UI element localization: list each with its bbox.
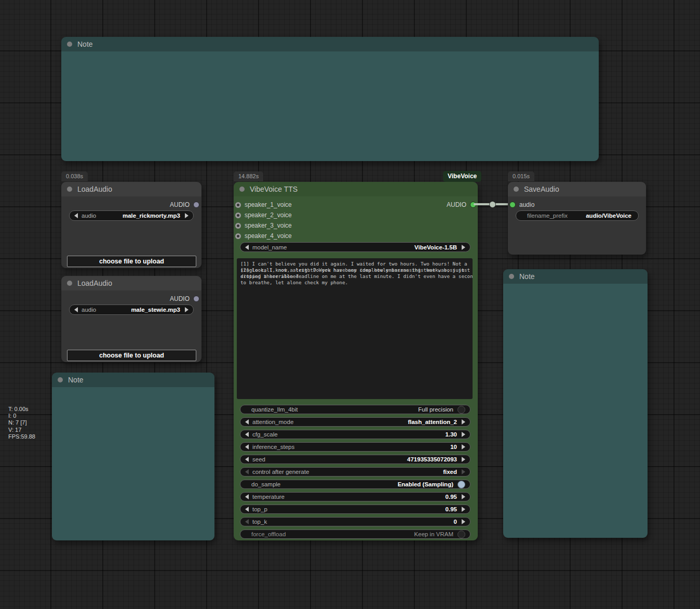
vibevoice-tts-node[interactable]: VibeVoice TTS speaker_1_voice speaker_2_… <box>234 182 478 540</box>
note-node-left-header[interactable]: Note <box>52 373 214 387</box>
audio-file-combo[interactable]: audio male_stewie.mp3 <box>69 304 194 315</box>
collapse-dot-icon[interactable] <box>58 377 63 382</box>
increment-arrow-icon[interactable] <box>462 519 465 524</box>
increment-arrow-icon[interactable] <box>462 507 465 512</box>
force-offload-toggle[interactable]: force_offload Keep in VRAM <box>240 529 470 539</box>
inference-steps-number[interactable]: inference_steps 10 <box>240 442 470 452</box>
audio-output-slot[interactable]: AUDIO <box>170 295 199 303</box>
note-node-right-body[interactable] <box>503 284 648 538</box>
increment-arrow-icon[interactable] <box>462 432 465 437</box>
decrement-arrow-icon[interactable] <box>245 519 249 524</box>
speaker-2-voice-input-slot[interactable]: speaker_2_voice <box>235 211 292 219</box>
widget-label: attention_mode <box>252 419 293 425</box>
load-audio-2-header[interactable]: LoadAudio <box>61 276 201 290</box>
widget-label: top_p <box>252 506 267 512</box>
choose-file-button[interactable]: choose file to upload <box>67 256 196 267</box>
choose-file-button[interactable]: choose file to upload <box>67 350 196 361</box>
top-p-number[interactable]: top_p 0.95 <box>240 505 470 514</box>
temperature-number[interactable]: temperature 0.95 <box>240 492 470 501</box>
prev-arrow-icon[interactable] <box>245 469 249 474</box>
increment-arrow-icon[interactable] <box>462 457 465 462</box>
next-arrow-icon[interactable] <box>462 469 465 474</box>
note-node-top-body[interactable] <box>61 51 599 161</box>
next-arrow-icon[interactable] <box>462 419 465 425</box>
input-dot-icon[interactable] <box>235 223 241 229</box>
decrement-arrow-icon[interactable] <box>245 444 249 449</box>
next-arrow-icon[interactable] <box>185 213 189 218</box>
widget-label: quantize_llm_4bit <box>251 406 298 413</box>
cfg-scale-number[interactable]: cfg_scale 1.30 <box>240 430 470 439</box>
note-node-right-header[interactable]: Note <box>503 269 648 284</box>
toggle-icon[interactable] <box>457 481 465 488</box>
control-after-generate-combo[interactable]: control after generate fixed <box>240 467 470 476</box>
save-audio-node[interactable]: SaveAudio audio filename_prefix audio/Vi… <box>508 182 646 255</box>
load-audio-node-1[interactable]: LoadAudio AUDIO audio male_rickmorty.mp3… <box>61 182 201 268</box>
note-node-left[interactable]: Note <box>52 373 214 540</box>
filename-prefix-field[interactable]: filename_prefix audio/VibeVoice <box>516 210 639 221</box>
input-dot-icon[interactable] <box>235 213 241 218</box>
next-arrow-icon[interactable] <box>185 307 189 312</box>
prev-arrow-icon[interactable] <box>74 213 78 218</box>
audio-output-dot-icon[interactable] <box>193 202 199 208</box>
speaker-4-voice-input-slot[interactable]: speaker_4_voice <box>235 232 292 240</box>
note-node-right[interactable]: Note <box>503 269 648 538</box>
vibevoice-body[interactable]: speaker_1_voice speaker_2_voice speaker_… <box>234 196 478 540</box>
collapse-dot-icon[interactable] <box>67 42 72 47</box>
increment-arrow-icon[interactable] <box>462 494 465 499</box>
audio-input-dot-icon[interactable] <box>509 202 516 208</box>
toggle-icon[interactable] <box>457 531 465 538</box>
audio-output-slot[interactable]: AUDIO <box>447 201 476 209</box>
next-arrow-icon[interactable] <box>462 245 465 250</box>
node-graph-canvas[interactable]: T: 0.00s I: 0 N: 7 [7] V: 17 FPS:59.88 N… <box>0 0 700 609</box>
audio-input-slot[interactable]: audio <box>509 201 534 209</box>
stat-version: V: 17 <box>8 427 35 433</box>
vibevoice-header[interactable]: VibeVoice TTS <box>234 182 478 196</box>
increment-arrow-icon[interactable] <box>462 444 465 449</box>
perf-stats: T: 0.00s I: 0 N: 7 [7] V: 17 FPS:59.88 <box>8 406 35 440</box>
save-audio-body[interactable]: audio filename_prefix audio/VibeVoice <box>508 196 646 255</box>
collapse-dot-icon[interactable] <box>239 187 245 192</box>
collapse-dot-icon[interactable] <box>509 274 514 279</box>
widget-label: temperature <box>252 494 285 500</box>
seed-number[interactable]: seed 471935335072093 <box>240 455 470 464</box>
collapse-dot-icon[interactable] <box>67 187 72 192</box>
decrement-arrow-icon[interactable] <box>245 432 249 437</box>
load-audio-1-body[interactable]: AUDIO audio male_rickmorty.mp3 choose fi… <box>61 196 201 268</box>
collapse-dot-icon[interactable] <box>67 281 72 286</box>
input-dot-icon[interactable] <box>235 233 241 239</box>
prev-arrow-icon[interactable] <box>74 307 78 312</box>
stat-time: T: 0.00s <box>8 406 35 413</box>
note-node-top[interactable]: Note <box>61 37 599 161</box>
toggle-icon[interactable] <box>457 406 465 414</box>
note-node-top-header[interactable]: Note <box>61 37 599 51</box>
widget-value: 0.95 <box>446 494 457 500</box>
widget-label: inference_steps <box>252 444 294 450</box>
link-midpoint-dot-icon[interactable] <box>489 201 496 208</box>
decrement-arrow-icon[interactable] <box>245 507 249 512</box>
top-k-number[interactable]: top_k 0 <box>240 517 470 526</box>
save-audio-header[interactable]: SaveAudio <box>508 182 646 196</box>
text-prompt-area[interactable]: [1] I can't believe you did it again. I … <box>237 258 473 399</box>
audio-output-dot-icon[interactable] <box>193 296 199 302</box>
attention-mode-combo[interactable]: attention_mode flash_attention_2 <box>240 417 470 427</box>
load-audio-1-header[interactable]: LoadAudio <box>61 182 201 196</box>
do-sample-toggle[interactable]: do_sample Enabled (Sampling) <box>240 480 470 489</box>
model-name-combo[interactable]: model_name VibeVoice-1.5B <box>240 242 470 252</box>
load-audio-2-body[interactable]: AUDIO audio male_stewie.mp3 choose file … <box>61 290 201 362</box>
quantize-llm-4bit-toggle[interactable]: quantize_llm_4bit Full precision <box>240 405 470 414</box>
collapse-dot-icon[interactable] <box>514 187 519 192</box>
prev-arrow-icon[interactable] <box>245 245 249 250</box>
audio-output-slot[interactable]: AUDIO <box>170 201 199 209</box>
decrement-arrow-icon[interactable] <box>245 494 249 499</box>
input-dot-icon[interactable] <box>235 202 241 208</box>
audio-file-combo[interactable]: audio male_rickmorty.mp3 <box>69 210 194 221</box>
load-audio-node-2[interactable]: LoadAudio AUDIO audio male_stewie.mp3 ch… <box>61 276 201 362</box>
speaker-3-voice-input-slot[interactable]: speaker_3_voice <box>235 221 292 230</box>
widget-label: seed <box>252 456 265 462</box>
execution-time-badge: 14.882s <box>234 171 263 181</box>
decrement-arrow-icon[interactable] <box>245 457 249 462</box>
note-node-left-body[interactable] <box>52 387 214 540</box>
slot-label: speaker_3_voice <box>245 222 292 229</box>
prev-arrow-icon[interactable] <box>245 419 249 425</box>
speaker-1-voice-input-slot[interactable]: speaker_1_voice <box>235 201 292 209</box>
